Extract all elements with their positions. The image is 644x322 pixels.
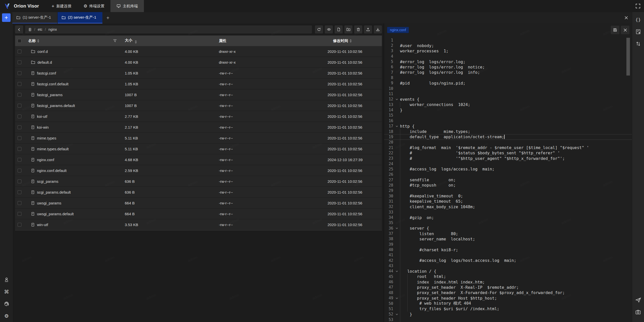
fold-chevron-icon[interactable] [394, 227, 399, 230]
sort-icon[interactable] [350, 39, 352, 43]
menu-item-terminal-settings[interactable]: ⚙ 终端设置 [77, 0, 110, 12]
palette-icon[interactable] [2, 301, 11, 307]
row-checkbox[interactable] [15, 201, 26, 205]
table-row[interactable]: conf.d 4.00 KB drwxr-xr-x 2020-11-01 10:… [15, 46, 382, 57]
code-line[interactable]: 29 [384, 188, 632, 193]
code-line[interactable]: 20 [384, 140, 632, 145]
code-line[interactable]: 53 [384, 317, 632, 322]
download-button[interactable] [374, 25, 382, 33]
code-line[interactable]: 36 server { [384, 226, 632, 231]
filter-funnel-icon[interactable] [113, 39, 117, 43]
code-line[interactable]: 19 default_type application/octet-stream… [384, 134, 632, 139]
row-checkbox[interactable] [15, 212, 26, 216]
select-all-checkbox[interactable] [15, 39, 26, 43]
code-line[interactable]: 30 #keepalive_timeout 0; [384, 193, 632, 199]
code-line[interactable]: 41 [384, 253, 632, 258]
send-plane-icon[interactable] [634, 295, 643, 305]
code-line[interactable]: 47 proxy_set_header X-Real-IP $remote_ad… [384, 285, 632, 290]
file-name[interactable]: scgi_params [37, 179, 58, 184]
row-checkbox[interactable] [15, 115, 26, 118]
row-checkbox[interactable] [15, 82, 26, 86]
sort-icon[interactable] [37, 39, 39, 43]
file-name[interactable]: fastcgi_params [37, 93, 63, 97]
code-line[interactable]: 24 [384, 161, 632, 166]
code-line[interactable]: 34 #gzip on; [384, 215, 632, 220]
code-line[interactable]: 17 http { [384, 124, 632, 129]
file-name[interactable]: koi-win [37, 125, 49, 129]
breadcrumb[interactable]: / etc / nginx [25, 25, 312, 33]
code-line[interactable]: 38 server_name localhost; [384, 236, 632, 242]
close-editor-button[interactable] [621, 26, 629, 34]
new-file-button[interactable] [335, 25, 343, 33]
command-icon[interactable]: ⌘ [2, 289, 11, 295]
close-panel-icon[interactable] [624, 16, 628, 20]
code-line[interactable]: 12 events { [384, 97, 632, 102]
code-line[interactable]: 6 #error_log logs/error.log notice; [384, 64, 632, 70]
terminal-tab-2[interactable]: (2) server-生产-1 [58, 12, 102, 23]
file-name[interactable]: fastcgi.conf.default [37, 82, 68, 86]
code-line[interactable]: 39 [384, 242, 632, 247]
column-header-size[interactable]: 大小 [125, 38, 132, 42]
sort-arrows-icon[interactable] [634, 39, 643, 49]
fold-chevron-icon[interactable] [394, 125, 399, 128]
code-line[interactable]: 48 proxy_set_header X-Forwarded-For $pro… [384, 290, 632, 295]
table-row[interactable]: scgi_params.default 636 B -rw-r--r-- 202… [15, 187, 382, 198]
code-line[interactable]: 42 #access_log logs/host.access.log main… [384, 258, 632, 263]
screenshot-camera-icon[interactable] [634, 307, 643, 317]
code-line[interactable]: 21 #log_format main '$remote_addr - $rem… [384, 145, 632, 150]
table-row[interactable]: mime.types.default 5.11 KB -rw-r--r-- 20… [15, 144, 382, 154]
table-row[interactable]: koi-utf 2.77 KB -rw-r--r-- 2020-11-01 10… [15, 111, 382, 122]
column-header-mtime[interactable]: 修改时间 [333, 39, 348, 43]
add-tab-button[interactable]: + [103, 12, 113, 23]
table-row[interactable]: nginx.conf.default 2.59 KB -rw-r--r-- 20… [15, 165, 382, 176]
terminal-tab-1[interactable]: (1) server-生产-1 [12, 12, 57, 23]
file-name[interactable]: nginx.conf [37, 158, 54, 162]
row-checkbox[interactable] [15, 60, 26, 64]
column-header-name[interactable]: 名称 [28, 39, 36, 43]
code-line[interactable]: 23 # '"$http_user_agent" "$http_x_forwar… [384, 156, 632, 161]
file-name[interactable]: default.d [37, 60, 52, 64]
row-checkbox[interactable] [15, 190, 26, 194]
delete-trash-button[interactable] [354, 25, 362, 33]
new-connection-tile-button[interactable]: + [2, 13, 11, 22]
file-name[interactable]: mime.types [37, 136, 56, 140]
row-checkbox[interactable] [15, 104, 26, 108]
table-row[interactable]: fastcgi_params.default 1007 B -rw-r--r--… [15, 100, 382, 111]
braces-json-icon[interactable]: {} [634, 15, 643, 25]
file-name[interactable]: koi-utf [37, 114, 47, 119]
table-row[interactable]: win-utf 3.53 KB -rw-r--r-- 2020-11-01 10… [15, 219, 382, 230]
table-row[interactable]: uwsgi_params 664 B -rw-r--r-- 2020-11-01… [15, 198, 382, 208]
code-line[interactable]: 1 [384, 38, 632, 43]
file-bookmark-icon[interactable] [634, 27, 643, 37]
code-line[interactable]: 51 try_files $uri $uri/ /index.html; [384, 306, 632, 311]
code-line[interactable]: 10 [384, 86, 632, 91]
menu-item-new-connection[interactable]: + 新建连接 [46, 0, 77, 12]
code-line[interactable]: 2 #user nobody; [384, 43, 632, 48]
code-line[interactable]: 27 sendfile on; [384, 177, 632, 183]
file-name[interactable]: conf.d [37, 49, 48, 54]
row-checkbox[interactable] [15, 147, 26, 151]
code-line[interactable]: 40 #charset koi8-r; [384, 247, 632, 252]
code-line[interactable]: 18 include mime.types; [384, 129, 632, 134]
code-line[interactable]: 13 worker_connections 1024; [384, 102, 632, 107]
code-line[interactable]: 50 # web history 模式 404 [384, 301, 632, 306]
code-line[interactable]: 31 keepalive_timeout 65; [384, 199, 632, 204]
table-row[interactable]: mime.types 5.11 KB -rw-r--r-- 2020-11-01… [15, 133, 382, 144]
code-line[interactable]: 7 #error_log logs/error.log info; [384, 70, 632, 75]
root-drive-icon[interactable] [28, 28, 32, 31]
upload-button[interactable] [364, 25, 372, 33]
file-name[interactable]: scgi_params.default [37, 190, 71, 194]
code-line[interactable]: 35 [384, 220, 632, 226]
fold-chevron-icon[interactable] [394, 297, 399, 300]
back-button[interactable] [15, 25, 23, 33]
table-row[interactable]: uwsgi_params.default 664 B -rw-r--r-- 20… [15, 208, 382, 219]
row-checkbox[interactable] [15, 50, 26, 53]
sort-icon[interactable] [135, 40, 137, 44]
code-line[interactable]: 44 location / { [384, 269, 632, 274]
code-line[interactable]: 45 root html; [384, 274, 632, 279]
settings-gear-icon[interactable]: ⚙ [2, 313, 11, 319]
menu-item-host-terminal[interactable]: 主机终端 [110, 0, 144, 12]
save-button[interactable] [611, 26, 619, 34]
table-row[interactable]: nginx.conf 4.68 KB -rw-r--r-- 2024-12-10… [15, 154, 382, 165]
file-name[interactable]: fastcgi.conf [37, 71, 56, 75]
